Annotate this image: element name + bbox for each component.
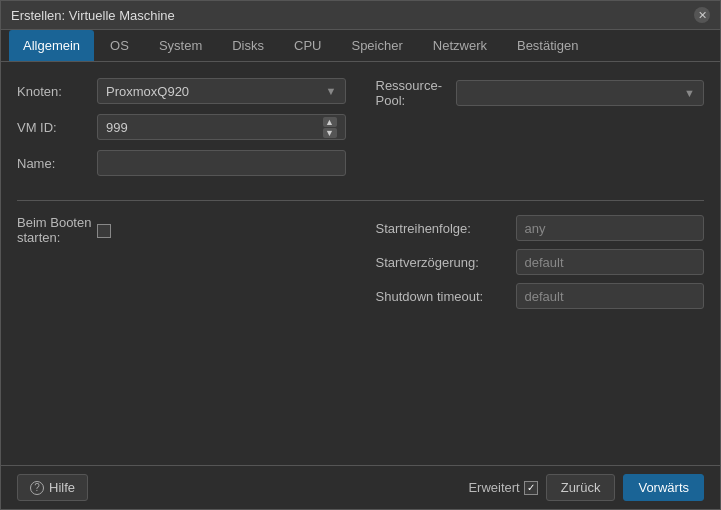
shutdown-label: Shutdown timeout: [376,289,516,304]
knoten-select[interactable]: ProxmoxQ920 ▼ [97,78,346,104]
vmid-row: VM ID: 999 ▲ ▼ [17,114,346,140]
tab-bestatigen[interactable]: Bestätigen [503,30,592,61]
boot-left: Beim Booten starten: [17,215,346,317]
spinner-arrows: ▲ ▼ [323,117,337,138]
ressource-pool-select[interactable]: ▼ [456,80,705,106]
title-bar: Erstellen: Virtuelle Maschine ✕ [1,1,720,30]
shutdown-value[interactable]: default [516,283,705,309]
zuruck-button[interactable]: Zurück [546,474,616,501]
vmid-spinner: 999 ▲ ▼ [97,114,346,140]
help-button[interactable]: ? Hilfe [17,474,88,501]
boot-row: Beim Booten starten: [17,215,111,245]
tab-disks[interactable]: Disks [218,30,278,61]
knoten-label: Knoten: [17,84,97,99]
main-content: Knoten: ProxmoxQ920 ▼ VM ID: 999 ▲ ▼ [1,62,720,465]
spinner-down[interactable]: ▼ [323,128,337,138]
footer-right: Erweitert ✓ Zurück Vorwärts [468,474,704,501]
tab-system[interactable]: System [145,30,216,61]
vorwarts-button[interactable]: Vorwärts [623,474,704,501]
close-button[interactable]: ✕ [694,7,710,23]
tab-netzwerk[interactable]: Netzwerk [419,30,501,61]
tab-speicher[interactable]: Speicher [337,30,416,61]
startverzogerung-label: Startverzögerung: [376,255,516,270]
help-icon: ? [30,481,44,495]
chevron-down-icon: ▼ [326,85,337,97]
name-input[interactable]: DebianTemplate [97,150,346,176]
erweitert-label: Erweitert [468,480,519,495]
name-label: Name: [17,156,97,171]
divider [17,200,704,201]
name-row: Name: DebianTemplate [17,150,346,176]
form-right: Ressource-Pool: ▼ [376,78,705,186]
shutdown-row: Shutdown timeout: default [376,283,705,309]
create-vm-dialog: Erstellen: Virtuelle Maschine ✕ Allgemei… [0,0,721,510]
startreihenfolge-value[interactable]: any [516,215,705,241]
tab-os[interactable]: OS [96,30,143,61]
startreihenfolge-row: Startreihenfolge: any [376,215,705,241]
startverzogerung-row: Startverzögerung: default [376,249,705,275]
erweitert-checkbox[interactable]: ✓ [524,481,538,495]
knoten-row: Knoten: ProxmoxQ920 ▼ [17,78,346,104]
boot-label: Beim Booten starten: [17,215,97,245]
form-section-top: Knoten: ProxmoxQ920 ▼ VM ID: 999 ▲ ▼ [17,78,704,186]
knoten-value: ProxmoxQ920 [106,84,189,99]
startverzogerung-value[interactable]: default [516,249,705,275]
footer: ? Hilfe Erweitert ✓ Zurück Vorwärts [1,465,720,509]
boot-checkbox-wrapper [97,222,111,238]
dialog-title: Erstellen: Virtuelle Maschine [11,8,175,23]
tab-cpu[interactable]: CPU [280,30,335,61]
erweitert-wrapper: Erweitert ✓ [468,480,537,495]
footer-left: ? Hilfe [17,474,88,501]
ressource-pool-label: Ressource-Pool: [376,78,456,108]
tab-allgemein[interactable]: Allgemein [9,30,94,61]
boot-right: Startreihenfolge: any Startverzögerung: … [376,215,705,317]
form-left: Knoten: ProxmoxQ920 ▼ VM ID: 999 ▲ ▼ [17,78,346,186]
chevron-down-icon: ▼ [684,87,695,99]
tabs-container: Allgemein OS System Disks CPU Speicher N… [1,30,720,62]
spinner-up[interactable]: ▲ [323,117,337,127]
boot-section: Beim Booten starten: Startreihenfolge: a… [17,215,704,317]
ressource-pool-row: Ressource-Pool: ▼ [376,78,705,108]
vmid-label: VM ID: [17,120,97,135]
boot-checkbox[interactable] [97,224,111,238]
startreihenfolge-label: Startreihenfolge: [376,221,516,236]
vmid-value: 999 [106,120,128,135]
